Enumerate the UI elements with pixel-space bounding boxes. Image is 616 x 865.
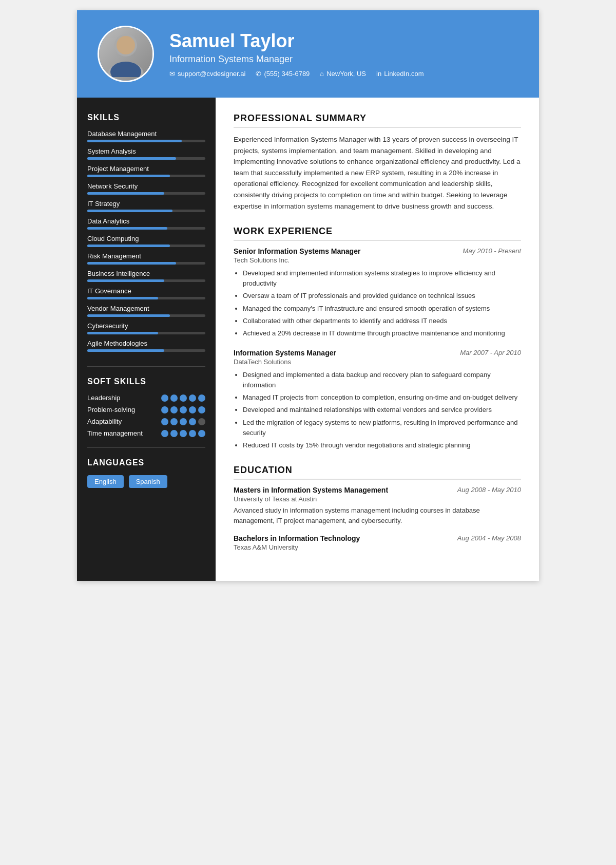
skill-bar [87,245,205,247]
edu-degree: Bachelors in Information Technology [234,534,360,542]
soft-skill-item: Time management [87,429,205,437]
skill-dot [180,430,187,437]
skill-fill [87,245,170,247]
linkedin-value: LinkedIn.com [384,70,424,78]
soft-skill-item: Adaptability [87,418,205,425]
job-date: Mar 2007 - Apr 2010 [460,349,521,356]
skill-name: System Analysis [87,147,205,155]
skill-fill [87,262,176,265]
skill-name: Database Management [87,130,205,138]
svg-point-3 [110,62,141,77]
language-tags: EnglishSpanish [87,475,205,488]
job-bullet: Developed and maintained relationships w… [243,405,521,415]
education-item: Masters in Information Systems Managemen… [234,486,521,526]
skill-bar [87,349,205,352]
job-company: Tech Solutions Inc. [234,256,521,264]
skill-dot [198,394,205,402]
summary-text: Experienced Information Systems Manager … [234,134,521,212]
soft-skills-section: SOFT SKILLS Leadership Problem-solving A… [87,377,205,437]
skill-dot [189,406,196,413]
skill-bar [87,332,205,334]
skill-bar [87,297,205,299]
skill-fill [87,297,158,299]
skill-dot [161,430,168,437]
job-bullet: Achieved a 20% decrease in IT downtime t… [243,328,521,339]
skill-dot [198,430,205,437]
skill-name: IT Governance [87,287,205,295]
skill-item: Cybersecurity [87,322,205,334]
skill-dot [170,406,178,413]
skill-fill [87,227,167,230]
avatar-image [99,27,152,81]
skill-dot [189,418,196,425]
job-bullet: Oversaw a team of IT professionals and p… [243,291,521,301]
skill-bar [87,314,205,317]
edu-header: Bachelors in Information Technology Aug … [234,534,521,542]
job-company: DataTech Solutions [234,358,521,366]
skill-name: Network Security [87,182,205,190]
resume-container: Samuel Taylor Information Systems Manage… [77,10,539,581]
job-bullet: Reduced IT costs by 15% through vendor n… [243,440,521,450]
edu-date: Aug 2008 - May 2010 [457,486,521,494]
skill-bar [87,227,205,230]
location-value: NewYork, US [326,70,366,78]
education-item: Bachelors in Information Technology Aug … [234,534,521,551]
edu-date: Aug 2004 - May 2008 [457,534,521,542]
sidebar: SKILLS Database Management System Analys… [77,98,216,581]
skill-bar [87,262,205,265]
svg-point-2 [117,36,135,54]
skill-dot [170,394,178,402]
contact-linkedin: in LinkedIn.com [376,70,424,78]
skill-dot [180,418,187,425]
language-tag: English [87,475,124,488]
soft-skill-name: Problem-solving [87,406,135,413]
skill-item: Project Management [87,165,205,177]
languages-title: LANGUAGES [87,458,205,467]
skill-item: Database Management [87,130,205,142]
job-header: Senior Information Systems Manager May 2… [234,247,521,255]
soft-skills-list: Leadership Problem-solving Adaptability … [87,394,205,437]
languages-section: LANGUAGES EnglishSpanish [87,458,205,488]
skill-dot [161,418,168,425]
header-contacts: ✉ support@cvdesigner.ai ✆ (555) 345-6789… [169,70,424,78]
job-title: Senior Information Systems Manager [234,247,360,255]
skill-fill [87,192,164,195]
skill-dot [161,394,168,402]
skill-dot [198,406,205,413]
skill-dots [161,394,205,402]
job-header: Information Systems Manager Mar 2007 - A… [234,349,521,357]
skill-dot [170,418,178,425]
avatar [98,26,154,82]
job-bullet: Managed the company's IT infrastructure … [243,304,521,314]
linkedin-icon: in [376,70,381,78]
header-name: Samuel Taylor [169,30,424,52]
language-tag: Spanish [129,475,167,488]
skill-name: IT Strategy [87,200,205,208]
skill-item: IT Governance [87,287,205,299]
soft-skill-name: Adaptability [87,418,122,425]
edu-header: Masters in Information Systems Managemen… [234,486,521,494]
edu-degree: Masters in Information Systems Managemen… [234,486,388,494]
jobs-list: Senior Information Systems Manager May 2… [234,247,521,450]
summary-section: PROFESSIONAL SUMMARY Experienced Informa… [234,113,521,212]
skill-bar [87,157,205,160]
skill-fill [87,279,164,282]
skill-dot [189,394,196,402]
skill-name: Project Management [87,165,205,173]
job-item: Senior Information Systems Manager May 2… [234,247,521,339]
education-title: EDUCATION [234,465,521,480]
skill-item: Cloud Computing [87,235,205,247]
body: SKILLS Database Management System Analys… [77,98,539,581]
job-bullet: Led the migration of legacy systems to n… [243,418,521,438]
skill-dots [161,406,205,413]
skill-dots [161,418,205,425]
email-value: support@cvdesigner.ai [178,70,245,78]
contact-email: ✉ support@cvdesigner.ai [169,70,245,78]
job-bullets: Designed and implemented a data backup a… [234,370,521,450]
skill-fill [87,175,170,177]
edu-school: University of Texas at Austin [234,495,521,503]
header-info: Samuel Taylor Information Systems Manage… [169,30,424,78]
soft-skill-item: Problem-solving [87,406,205,413]
skill-fill [87,349,164,352]
job-bullet: Developed and implemented information sy… [243,268,521,289]
